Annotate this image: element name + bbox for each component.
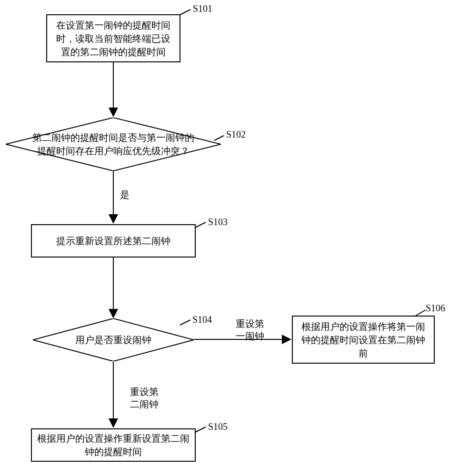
step-s105: 根据用户的设置操作重新设置第二闹钟的提醒时间 xyxy=(31,428,196,462)
svg-line-4 xyxy=(195,222,206,228)
s106-label: S106 xyxy=(426,301,445,315)
s101-label: S101 xyxy=(193,2,212,15)
s103-label: S103 xyxy=(208,215,228,228)
s103-text: 提示重新设置所述第二闹钟 xyxy=(56,234,170,248)
s102-label: S102 xyxy=(226,128,246,141)
s102-text: 第二闹钟的提醒时间是否与第一闹钟的提醒时间存在用户响应优先级冲突？ xyxy=(32,131,195,158)
decision-s104: 用户是否重设闹钟 xyxy=(33,318,194,361)
s105-label: S105 xyxy=(208,420,228,433)
edge-yes: 是 xyxy=(120,188,130,201)
step-s103: 提示重新设置所述第二闹钟 xyxy=(31,224,196,258)
s104-text: 用户是否重设闹钟 xyxy=(75,333,151,347)
step-s106: 根据用户的设置操作将第一闹钟的提醒时间设置在第二闹钟前 xyxy=(292,316,435,364)
decision-s102: 第二闹钟的提醒时间是否与第一闹钟的提醒时间存在用户响应优先级冲突？ xyxy=(6,118,221,171)
s101-text: 在设置第一闹钟的提醒时间时，读取当前智能终端已设置的第二闹钟的提醒时间 xyxy=(52,19,175,59)
edge-reset-second: 重设第 二闹钟 xyxy=(130,386,159,410)
s106-text: 根据用户的设置操作将第一闹钟的提醒时间设置在第二闹钟前 xyxy=(298,320,429,360)
svg-line-0 xyxy=(180,10,190,15)
s104-label: S104 xyxy=(192,313,212,326)
s105-text: 根据用户的设置操作重新设置第二闹钟的提醒时间 xyxy=(37,432,190,458)
edge-reset-first: 重设第 一闹钟 xyxy=(236,317,264,342)
svg-line-10 xyxy=(195,427,206,432)
step-s101: 在设置第一闹钟的提醒时间时，读取当前智能终端已设置的第二闹钟的提醒时间 xyxy=(46,14,180,62)
